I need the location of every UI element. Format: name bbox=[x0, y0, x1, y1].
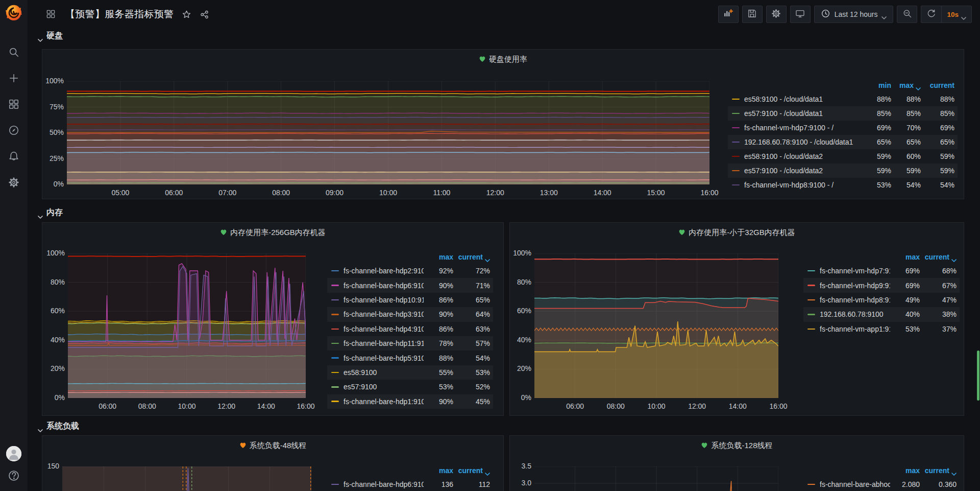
panel-title[interactable]: 系统负载-128线程 bbox=[510, 441, 964, 451]
legend-row[interactable]: es58:9100 - /cloud/data259%60%59% bbox=[728, 149, 958, 163]
legend-series-label[interactable]: fs-channel-bare-hdp11:9100 bbox=[344, 339, 424, 347]
legend-series-label[interactable]: fs-channel-bare-hdp1:9100 bbox=[344, 398, 424, 406]
panel-title[interactable]: 硬盘使用率 bbox=[42, 55, 964, 64]
legend-col-current[interactable]: current bbox=[921, 81, 954, 89]
legend-row[interactable]: 192.168.60.78:9100 - /cloud/data165%65%6… bbox=[728, 135, 958, 149]
panel-title[interactable]: 内存使用率-小于32GB内存机器 bbox=[510, 228, 964, 238]
chart-plot-area[interactable] bbox=[62, 466, 311, 491]
chart-canvas[interactable] bbox=[62, 466, 311, 491]
legend-series-label[interactable]: es58:9100 - /cloud/data1 bbox=[744, 95, 865, 103]
chart-canvas[interactable] bbox=[534, 253, 778, 398]
chart-plot-area[interactable] bbox=[534, 466, 778, 491]
star-icon[interactable] bbox=[182, 10, 191, 19]
legend-row[interactable]: fs-channel-bare-hdp2:910092%72% bbox=[327, 264, 493, 278]
dashboard-grid-icon[interactable] bbox=[46, 9, 56, 19]
legend-series-label[interactable]: es58:9100 - /cloud/data2 bbox=[744, 152, 865, 160]
legend-row[interactable]: fs-channel-bare-abhoc4:91002.0800.360 bbox=[803, 477, 960, 491]
legend-row[interactable]: fs-channel-vm-hdp8:9100 - /53%54%54% bbox=[728, 178, 958, 192]
legend-series-label[interactable]: fs-channel-vm-hdp7:9100 - / bbox=[744, 124, 865, 132]
legend-series-label[interactable]: fs-channel-bare-hdp10:9100 bbox=[344, 296, 424, 304]
x-axis-label: 08:00 bbox=[603, 402, 628, 410]
section-row-load[interactable]: 系统负载 bbox=[38, 421, 79, 432]
legend-row[interactable]: fs-channel-bare-hdp4:910086%63% bbox=[327, 322, 493, 336]
user-avatar[interactable] bbox=[6, 446, 21, 461]
legend-row[interactable]: fs-channel-bare-hdp6:9100136112 bbox=[327, 477, 493, 491]
legend-series-label[interactable]: 192.168.60.78:9100 bbox=[820, 310, 890, 318]
legend-row[interactable]: es58:9100 - /cloud/data188%88%88% bbox=[728, 92, 958, 106]
legend-row[interactable]: fs-channel-bare-hdp11:910078%57% bbox=[327, 336, 493, 350]
legend-row[interactable]: fs-channel-vm-hdp9:910069%67% bbox=[803, 278, 960, 292]
chart-plot-area[interactable] bbox=[534, 253, 778, 398]
legend-row[interactable]: es57:9100 - /cloud/data259%59%59% bbox=[728, 163, 958, 178]
chart-canvas[interactable] bbox=[67, 81, 709, 184]
legend-col-current[interactable]: current bbox=[920, 466, 957, 475]
legend-row[interactable]: fs-channel-vm-app1:910053%37% bbox=[803, 322, 960, 336]
legend-col-current[interactable]: current bbox=[453, 253, 490, 261]
dashboard-settings-button[interactable] bbox=[766, 6, 787, 23]
section-row-memory[interactable]: 内存 bbox=[38, 207, 63, 218]
legend-col-min[interactable]: min bbox=[865, 81, 891, 89]
legend-row[interactable]: es58:910055%53% bbox=[327, 365, 493, 380]
chart-canvas[interactable] bbox=[534, 466, 778, 491]
zoom-out-button[interactable] bbox=[897, 6, 917, 23]
legend-row[interactable]: fs-channel-vm-hdp7:910069%68% bbox=[803, 264, 960, 278]
legend-col-max[interactable]: max bbox=[890, 466, 920, 475]
legend-row[interactable]: fs-channel-vm-hdp7:9100 - /69%70%69% bbox=[728, 121, 958, 135]
chart-canvas[interactable] bbox=[68, 253, 306, 398]
legend-series-label[interactable]: fs-channel-bare-hdp6:9100 bbox=[344, 480, 424, 488]
legend-row[interactable]: fs-channel-vm-hdp8:910049%47% bbox=[803, 293, 960, 307]
section-row-disk[interactable]: 硬盘 bbox=[38, 31, 63, 41]
legend-series-label[interactable]: 192.168.60.78:9100 - /cloud/data1 bbox=[744, 138, 865, 146]
legend-series-label[interactable]: fs-channel-vm-app1:9100 bbox=[820, 325, 890, 333]
legend-series-label[interactable]: fs-channel-vm-hdp8:9100 - / bbox=[744, 181, 865, 189]
grafana-logo-icon[interactable] bbox=[5, 4, 22, 21]
sidebar-item-settings-gear[interactable] bbox=[8, 177, 20, 190]
panel-title[interactable]: 内存使用率-256GB内存机器 bbox=[42, 228, 503, 238]
chart-plot-area[interactable] bbox=[68, 253, 306, 398]
refresh-button[interactable] bbox=[921, 6, 941, 22]
legend-row[interactable]: fs-channel-bare-hdp10:910086%65% bbox=[327, 293, 493, 307]
legend-series-label[interactable]: es57:9100 - /cloud/data2 bbox=[744, 167, 865, 175]
cycle-view-button[interactable] bbox=[790, 6, 811, 23]
legend-col-max[interactable]: max bbox=[891, 81, 921, 89]
sidebar-item-alerting-bell[interactable] bbox=[8, 151, 20, 163]
legend-series-label[interactable]: fs-channel-bare-hdp3:9100 bbox=[344, 310, 424, 318]
legend-row[interactable]: fs-channel-bare-hdp6:910090%71% bbox=[327, 278, 493, 292]
legend-row[interactable]: 192.168.60.78:910040%38% bbox=[803, 307, 960, 321]
legend-series-label[interactable]: es58:9100 bbox=[344, 368, 424, 377]
legend-series-label[interactable]: fs-channel-vm-hdp8:9100 bbox=[820, 296, 890, 304]
sidebar-item-dashboards[interactable] bbox=[8, 99, 20, 111]
legend-row[interactable]: es57:9100 - /cloud/data185%85%85% bbox=[728, 106, 958, 121]
legend-col-max[interactable]: max bbox=[424, 466, 453, 475]
sidebar-item-explore-compass[interactable] bbox=[8, 125, 20, 137]
legend-series-label[interactable]: es57:9100 - /cloud/data1 bbox=[744, 109, 865, 118]
chart-plot-area[interactable] bbox=[67, 81, 709, 184]
share-icon[interactable] bbox=[200, 10, 209, 19]
legend-col-current[interactable]: current bbox=[920, 253, 957, 261]
sidebar-item-plus[interactable] bbox=[8, 73, 20, 85]
panel-title[interactable]: 系统负载-48线程 bbox=[42, 441, 503, 451]
legend-col-max[interactable]: max bbox=[890, 253, 920, 261]
sidebar-item-search[interactable] bbox=[8, 47, 20, 59]
legend-row[interactable]: fs-channel-bare-hdp1:910090%45% bbox=[327, 394, 493, 409]
legend-series-label[interactable]: es57:9100 bbox=[344, 383, 424, 391]
sidebar-item-help[interactable] bbox=[8, 470, 20, 482]
refresh-interval-button[interactable]: 10s bbox=[941, 6, 971, 22]
legend-row[interactable]: fs-channel-bare-hdp5:910088%54% bbox=[327, 350, 493, 365]
legend-col-max[interactable]: max bbox=[424, 253, 453, 261]
legend-series-label[interactable]: fs-channel-bare-hdp4:9100 bbox=[344, 325, 424, 333]
legend-series-label[interactable]: fs-channel-vm-hdp7:9100 bbox=[820, 267, 890, 275]
save-dashboard-button[interactable] bbox=[742, 6, 763, 23]
legend-series-label[interactable]: fs-channel-bare-hdp2:9100 bbox=[344, 267, 424, 275]
legend-series-label[interactable]: fs-channel-bare-abhoc4:9100 bbox=[820, 480, 890, 488]
legend-series-label[interactable]: fs-channel-bare-hdp6:9100 bbox=[344, 282, 424, 290]
legend-col-current[interactable]: current bbox=[453, 466, 490, 475]
time-range-picker[interactable]: Last 12 hours bbox=[814, 6, 894, 23]
legend-row[interactable]: es57:910053%52% bbox=[327, 380, 493, 394]
scrollbar-thumb[interactable] bbox=[977, 350, 979, 401]
legend-series-label[interactable]: fs-channel-vm-hdp9:9100 bbox=[820, 282, 890, 290]
legend-series-label[interactable]: fs-channel-bare-hdp5:9100 bbox=[344, 354, 424, 362]
add-panel-button[interactable] bbox=[718, 6, 739, 23]
dashboard-title[interactable]: 【预警】服务器指标预警 bbox=[65, 8, 174, 21]
legend-row[interactable]: fs-channel-bare-hdp3:910090%64% bbox=[327, 307, 493, 321]
